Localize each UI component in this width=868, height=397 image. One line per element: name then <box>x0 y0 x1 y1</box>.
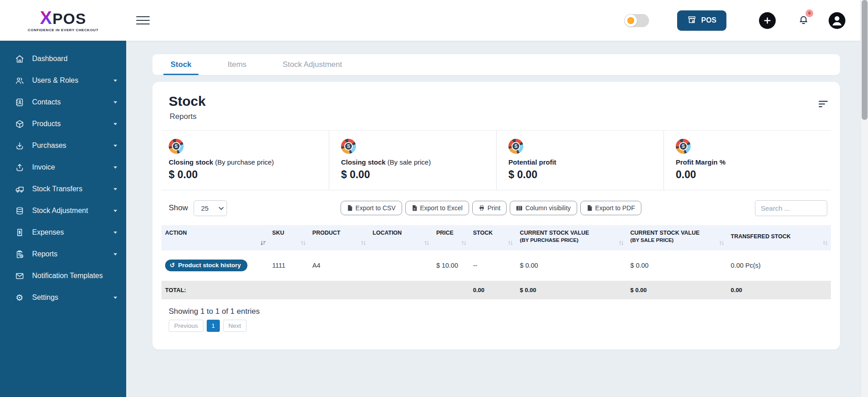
stat-value: $ 0.00 <box>169 169 322 181</box>
sidebar-item-expenses[interactable]: Expenses <box>0 222 126 243</box>
quick-add-button[interactable] <box>759 12 776 29</box>
sidebar-item-stock-transfers[interactable]: Stock Transfers <box>0 178 126 200</box>
receipt-icon <box>14 227 24 237</box>
sort-updown-icon <box>461 240 467 247</box>
sidebar-item-reports[interactable]: Reports <box>0 243 126 265</box>
scrollbar-thumb[interactable] <box>862 0 868 120</box>
sidebar-item-dashboard[interactable]: Dashboard <box>0 48 126 70</box>
sidebar: Dashboard Users & Roles Contacts Product… <box>0 41 126 397</box>
stock-report-card: Stock Reports S Closing stock (By purcha… <box>152 82 840 350</box>
plus-icon <box>764 17 771 24</box>
export-csv-button[interactable]: Export to CSV <box>341 201 402 215</box>
col-sku[interactable]: SKU <box>269 225 309 250</box>
stat-potential-profit: S Potential profit $ 0.00 <box>496 131 664 190</box>
chevron-down-icon <box>114 145 117 147</box>
envelope-icon <box>14 271 24 281</box>
tab-stock[interactable]: Stock <box>170 55 192 75</box>
col-action[interactable]: ACTION <box>161 225 269 250</box>
chevron-down-icon <box>114 188 117 190</box>
truck-icon <box>14 184 24 194</box>
notifications-button[interactable]: 0 <box>797 14 810 28</box>
chevron-down-icon <box>114 232 117 234</box>
print-button[interactable]: Print <box>472 201 507 215</box>
cell-action: ↺ Product stock history <box>161 250 269 281</box>
sidebar-item-contacts[interactable]: Contacts <box>0 91 126 113</box>
sidebar-item-notification-templates[interactable]: Notification Templates <box>0 265 126 287</box>
chevron-down-icon <box>114 297 117 299</box>
previous-page-button[interactable]: Previous <box>169 320 204 332</box>
person-icon <box>829 12 845 29</box>
sort-updown-icon <box>822 240 828 247</box>
stock-donut-icon: S <box>508 139 523 154</box>
total-label: TOTAL: <box>161 280 269 299</box>
export-excel-button[interactable]: Export to Excel <box>405 201 469 215</box>
sidebar-item-products[interactable]: Products <box>0 113 126 135</box>
total-transfered: 0.00 <box>727 280 831 299</box>
col-location[interactable]: LOCATION <box>369 225 433 250</box>
col-product[interactable]: PRODUCT <box>309 225 369 250</box>
chevron-down-icon <box>114 210 117 212</box>
home-icon <box>14 54 24 64</box>
chevron-down-icon <box>114 166 117 169</box>
product-stock-history-button[interactable]: ↺ Product stock history <box>165 260 247 271</box>
logo-text: POS <box>52 10 86 27</box>
user-avatar[interactable] <box>829 12 845 29</box>
scrollbar-track <box>860 0 868 397</box>
tab-items[interactable]: Items <box>227 55 247 75</box>
users-icon <box>14 76 24 85</box>
table-total-row: TOTAL: 0.00 $ 0.00 $ 0.00 0.00 <box>161 280 831 299</box>
total-value-purchase: $ 0.00 <box>516 280 626 299</box>
stat-value: 0.00 <box>676 169 824 181</box>
address-book-icon <box>14 97 24 107</box>
sidebar-item-invoice[interactable]: Invoice <box>0 156 126 178</box>
sidebar-item-stock-adjustment[interactable]: Stock Adjustment <box>0 200 126 222</box>
stat-closing-stock-purchase: S Closing stock (By purchase price) $ 0.… <box>161 131 329 190</box>
theme-toggle-knob <box>625 14 637 27</box>
sort-updown-icon <box>719 240 725 247</box>
main-content: Stock Items Stock Adjustment Stock Repor… <box>126 41 860 397</box>
total-value-sale: $ 0.00 <box>627 280 727 299</box>
export-pdf-button[interactable]: Export to PDF <box>580 201 641 215</box>
tab-stock-adjustment[interactable]: Stock Adjustment <box>282 55 343 75</box>
cell-value-purchase: $ 0.00 <box>516 250 626 281</box>
col-transfered-stock[interactable]: TRANSFERED STOCK <box>727 225 831 250</box>
stock-donut-icon: S <box>169 139 184 154</box>
notification-badge: 0 <box>806 9 813 17</box>
hamburger-menu-icon[interactable] <box>136 14 150 27</box>
col-price[interactable]: PRICE <box>432 225 469 250</box>
cell-value-sale: $ 0.00 <box>627 250 727 281</box>
page-size-select[interactable]: 25 <box>194 200 227 216</box>
col-stock[interactable]: STOCK <box>470 225 517 250</box>
next-page-button[interactable]: Next <box>223 320 247 332</box>
csv-file-icon <box>347 205 353 211</box>
filter-icon[interactable] <box>818 100 828 110</box>
total-stock: 0.00 <box>470 280 517 299</box>
pos-button[interactable]: POS <box>677 10 726 31</box>
box-icon <box>14 119 24 129</box>
search-input[interactable] <box>755 200 827 216</box>
table-controls: Show 25 Export to CSV Export to Excel <box>161 190 831 225</box>
pos-button-label: POS <box>701 16 716 24</box>
stock-table: ACTION SKU PRODUCT <box>161 225 831 300</box>
page-number-button[interactable]: 1 <box>207 320 220 332</box>
col-value-purchase[interactable]: CURRENT STOCK VALUE(BY PURCHASE PRICE) <box>516 225 626 250</box>
col-value-sale[interactable]: CURRENT STOCK VALUE(BY SALE PRICE) <box>627 225 727 250</box>
sidebar-item-users-roles[interactable]: Users & Roles <box>0 70 126 91</box>
gear-icon: ⚙ <box>14 293 24 302</box>
chevron-down-icon <box>114 123 117 125</box>
stat-value: $ 0.00 <box>508 169 656 181</box>
table-row: ↺ Product stock history 1111 A4 $ 10.00 … <box>161 250 831 281</box>
stat-closing-stock-sale: S Closing stock (By sale price) $ 0.00 <box>329 131 496 190</box>
column-visibility-button[interactable]: Column visibility <box>510 201 577 215</box>
stats-row: S Closing stock (By purchase price) $ 0.… <box>161 130 831 190</box>
cell-stock: -- <box>470 250 517 281</box>
table-header-row: ACTION SKU PRODUCT <box>161 225 831 250</box>
sort-updown-icon <box>424 240 430 247</box>
sort-amount-icon <box>260 240 266 247</box>
logo-x-glyph: X <box>40 8 52 28</box>
sidebar-item-settings[interactable]: ⚙ Settings <box>0 287 126 308</box>
theme-toggle[interactable] <box>624 14 649 27</box>
sidebar-item-purchases[interactable]: Purchases <box>0 135 126 156</box>
database-icon <box>14 206 24 216</box>
printer-icon <box>479 205 485 211</box>
